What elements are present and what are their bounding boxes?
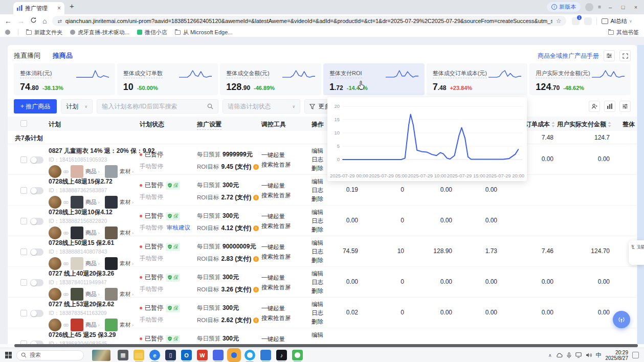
window-maximize-button[interactable]: □ xyxy=(619,4,627,10)
bookmark-item[interactable]: 新建文件夹 xyxy=(26,29,62,36)
plan-title[interactable]: 0727 线上40退20保3.26 xyxy=(49,269,141,278)
row-toggle-switch[interactable] xyxy=(30,156,43,164)
browser-menu-icon[interactable]: ≡ xyxy=(598,4,602,10)
plan-title[interactable]: 0728线上48退15保2.72 xyxy=(49,177,141,186)
back-button[interactable]: ← xyxy=(5,17,12,25)
row-checkbox[interactable] xyxy=(20,310,27,316)
row-checkbox[interactable] xyxy=(20,187,27,194)
url-bar[interactable]: ⇄ qianchuan.jinritemai.com/uni-prom?aavi… xyxy=(52,16,566,26)
tools-cell[interactable]: 一键起量搜索抢首屏 xyxy=(261,242,291,262)
taskbar-app-wps-word[interactable]: W xyxy=(197,350,208,360)
tab-close-icon[interactable]: × xyxy=(57,5,61,11)
taskbar-app-outlook[interactable]: O xyxy=(181,350,192,360)
product-link[interactable]: 商品 › xyxy=(85,168,100,175)
other-bookmarks-button[interactable]: 其他书签 xyxy=(608,29,639,36)
fullscreen-button[interactable] xyxy=(619,50,631,61)
tools-cell[interactable]: 一键起量搜索抢首屏 xyxy=(261,150,291,170)
taskbar-app-docs-blue[interactable] xyxy=(260,350,271,360)
window-minimize-button[interactable]: – xyxy=(606,4,614,10)
custom-columns-button[interactable] xyxy=(604,101,615,112)
material-link[interactable]: 素材 › xyxy=(120,229,134,237)
tools-cell[interactable]: 一键起量 xyxy=(261,334,285,344)
stat-card[interactable]: 整体消耗(元) 74.80 -38.13% xyxy=(14,63,115,95)
row-toggle-switch[interactable] xyxy=(30,279,43,286)
row-checkbox[interactable] xyxy=(20,279,27,286)
taskbar-app-browser-active[interactable] xyxy=(229,350,239,360)
product-manual-link[interactable]: 商品全域推广产品手册 xyxy=(538,52,599,60)
cloud-icon[interactable] xyxy=(556,353,563,358)
material-link[interactable]: 素材 › xyxy=(120,321,134,329)
profile-avatar[interactable] xyxy=(585,3,593,11)
bookmark-item[interactable]: 从 Microsoft Edge... xyxy=(175,29,233,36)
taskbar-app-edge-browser[interactable]: e xyxy=(149,350,160,360)
reload-button[interactable] xyxy=(30,16,37,26)
taskbar-app-app-sky[interactable] xyxy=(245,350,255,360)
row-toggle-switch[interactable] xyxy=(30,187,43,194)
bookmark-item[interactable]: 微信小店 xyxy=(137,29,167,36)
material-link[interactable]: 素材 › xyxy=(120,198,134,206)
home-button[interactable]: ⌂ xyxy=(42,17,47,25)
tools-cell[interactable]: 一键起量搜索抢首屏 xyxy=(261,181,291,200)
actions-cell[interactable]: 编辑 xyxy=(312,331,323,340)
sort-icon[interactable] xyxy=(608,122,611,127)
tools-cell[interactable]: 一键起量搜索抢首屏 xyxy=(261,304,291,323)
tools-cell[interactable]: 一键起量搜索抢首屏 xyxy=(261,273,291,292)
site-info-icon[interactable]: ⇄ xyxy=(57,18,61,24)
review-link[interactable]: 审核建议 xyxy=(167,224,190,232)
taskbar-clock[interactable]: 20:29 2025/8/27 xyxy=(606,350,629,361)
plan-title[interactable]: 0728线上50退15 保2.61 xyxy=(49,239,141,247)
plan-title[interactable]: 0726线上45 退25 保3.29 xyxy=(49,331,141,340)
right-scroll-strip[interactable] xyxy=(637,45,644,344)
status-filter-select[interactable]: 请筛选计划状态 ∨ xyxy=(223,99,300,114)
plan-type-select[interactable]: 计划 ∨ xyxy=(61,99,93,114)
window-close-button[interactable]: × xyxy=(632,4,640,10)
microphone-icon[interactable] xyxy=(567,352,571,358)
product-link[interactable]: 商品 › xyxy=(85,321,100,329)
start-button[interactable] xyxy=(0,352,16,358)
new-version-button[interactable]: ! 新版本 xyxy=(547,2,581,12)
layout-settings-button[interactable] xyxy=(604,50,615,61)
row-checkbox[interactable] xyxy=(20,341,27,344)
plan-title[interactable]: 0827 儿童雨衣 14% 退：20% 保：9.92 xyxy=(49,147,141,155)
row-toggle-switch[interactable] xyxy=(30,248,43,256)
row-checkbox[interactable] xyxy=(20,218,27,224)
ime-indicator[interactable]: 中 xyxy=(596,351,602,359)
tools-cell[interactable]: 一键起量搜索抢首屏 xyxy=(261,212,291,231)
bookmark-item[interactable]: 虎牙直播-技术驱动... xyxy=(70,29,129,36)
table-settings-button[interactable] xyxy=(619,101,631,112)
taskbar-app-file-explorer[interactable] xyxy=(134,350,144,360)
taskbar-app-tiktok[interactable]: ♪ xyxy=(276,350,287,360)
ai-summary-button[interactable]: AI总结 ∨ xyxy=(596,17,632,25)
taskbar-app-phone-link[interactable]: ▯ xyxy=(165,350,176,360)
stat-card[interactable]: 用户实际支付金额(元) 124.70 -48.62% xyxy=(529,63,631,95)
browser-tab[interactable]: 推广管理 × xyxy=(13,2,64,14)
select-all-checkbox[interactable] xyxy=(20,120,27,127)
notification-center-icon[interactable] xyxy=(632,352,639,358)
material-link[interactable]: 素材 › xyxy=(120,168,134,175)
product-link[interactable]: 商品 › xyxy=(85,198,100,206)
material-link[interactable]: 素材 › xyxy=(120,290,134,298)
zhitouxing-widget[interactable]: 智投星 xyxy=(629,240,644,265)
row-checkbox[interactable] xyxy=(20,156,27,163)
extension-icon[interactable]: 1 xyxy=(572,17,580,25)
material-link[interactable]: 素材 › xyxy=(120,260,134,267)
taskbar-app-app-indigo[interactable] xyxy=(213,350,224,360)
forward-button[interactable]: → xyxy=(17,17,25,25)
plan-title[interactable]: 0728线上30退10保4.12 xyxy=(49,208,141,217)
row-toggle-switch[interactable] xyxy=(30,341,43,344)
taskbar-search[interactable]: 搜索 xyxy=(16,350,84,360)
stat-card[interactable]: 整体成交订单数 10 -50.00% xyxy=(117,63,218,95)
bookmark-star-icon[interactable]: ☆ xyxy=(556,17,562,25)
plan-title[interactable]: 0727 线上53退20保2.62 xyxy=(49,300,141,309)
tray-expand-icon[interactable]: ∧ xyxy=(548,353,552,358)
stat-card[interactable]: 整体支付ROI 1.72 -14.43% xyxy=(323,63,425,95)
desktop-thumbnail[interactable] xyxy=(92,350,110,361)
stat-card[interactable]: 整体成交金额(元) 128.90 -46.89% xyxy=(220,63,321,95)
product-link[interactable]: 商品 › xyxy=(85,290,100,298)
search-input[interactable]: 输入计划名称/ID后回车搜索 xyxy=(97,99,218,114)
product-link[interactable]: 商品 › xyxy=(85,260,100,267)
row-toggle-switch[interactable] xyxy=(30,218,43,225)
reading-list-icon[interactable] xyxy=(5,30,10,35)
row-toggle-switch[interactable] xyxy=(30,310,43,317)
taskbar-app-wechat[interactable] xyxy=(292,350,303,360)
